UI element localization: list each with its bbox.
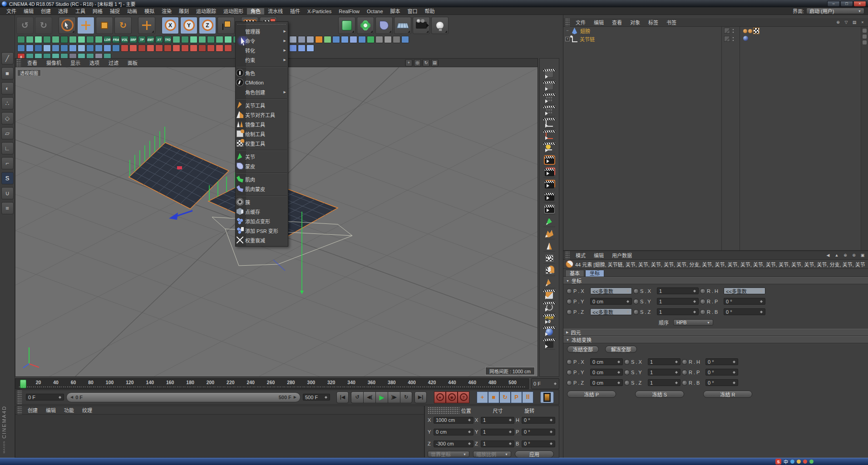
vp-layout-icon[interactable]: ▤ bbox=[431, 59, 439, 66]
stepper[interactable] bbox=[732, 380, 736, 386]
close-button[interactable]: × bbox=[853, 1, 866, 7]
om-menu-bookmark[interactable]: 书签 bbox=[662, 20, 681, 26]
pla-film-button[interactable] bbox=[540, 391, 554, 403]
plugin-toolbar-icon[interactable] bbox=[26, 45, 34, 52]
add-joint-button[interactable] bbox=[543, 277, 555, 288]
menu-tools[interactable]: 工具 bbox=[72, 8, 89, 15]
value-field[interactable]: <<多重数 bbox=[590, 308, 632, 315]
menu-sculpt[interactable]: 雕刻 bbox=[175, 8, 192, 15]
key-radio[interactable] bbox=[567, 310, 572, 314]
am-gear-icon[interactable]: ⊛ bbox=[850, 252, 858, 258]
drag-handle[interactable] bbox=[17, 406, 22, 414]
rotate-tool-button[interactable]: ↻ bbox=[114, 17, 132, 34]
apply-button[interactable]: 应用 bbox=[515, 450, 554, 458]
menu-script[interactable]: 脚本 bbox=[387, 8, 404, 15]
plugin-toolbar-icon[interactable] bbox=[60, 45, 68, 52]
key-radio[interactable] bbox=[700, 289, 705, 293]
value-field[interactable]: 0 ° bbox=[705, 379, 738, 386]
redo-button[interactable]: ↻ bbox=[35, 17, 52, 34]
om-close-icon[interactable]: × bbox=[859, 19, 866, 25]
add-light-button[interactable] bbox=[431, 17, 449, 34]
drag-handle[interactable] bbox=[16, 59, 21, 67]
next-key-button[interactable]: )▶ bbox=[388, 391, 400, 403]
stepper[interactable] bbox=[674, 369, 678, 376]
plugin-toolbar-icon[interactable]: LDR bbox=[104, 36, 111, 43]
am-lock-icon[interactable]: ▣ bbox=[859, 252, 866, 258]
stepper[interactable] bbox=[549, 440, 553, 447]
expander[interactable]: + bbox=[565, 37, 570, 41]
om-menu-file[interactable]: 文件 bbox=[572, 20, 590, 26]
menu-animate[interactable]: 动画 bbox=[123, 8, 141, 15]
goto-end-button[interactable]: ▶| bbox=[414, 391, 427, 403]
om-menu-view[interactable]: 查看 bbox=[608, 20, 626, 26]
vp-menu-display[interactable]: 显示 bbox=[66, 60, 85, 66]
stepper[interactable] bbox=[732, 359, 736, 365]
tab-coordinates[interactable]: 坐标 bbox=[585, 270, 604, 277]
value-field[interactable]: <<多重数 bbox=[724, 287, 765, 294]
plugin-toolbar-icon[interactable] bbox=[95, 45, 103, 52]
key-radio[interactable] bbox=[567, 381, 572, 385]
texture-tag-icon[interactable] bbox=[753, 28, 760, 34]
plugin-toolbar-icon[interactable] bbox=[190, 45, 197, 52]
vp-menu-options[interactable]: 选项 bbox=[85, 60, 104, 66]
psr-reset-button[interactable]: PSR0 bbox=[543, 314, 555, 325]
enable-dots[interactable] bbox=[732, 36, 734, 42]
plugin-toolbar-icon[interactable] bbox=[224, 36, 232, 43]
plugin-toolbar-icon[interactable] bbox=[112, 45, 120, 52]
am-menu-userdata[interactable]: 用户数据 bbox=[608, 252, 636, 259]
plugin-toolbar-icon[interactable] bbox=[60, 36, 68, 43]
plugin-toolbar-icon[interactable] bbox=[306, 45, 314, 52]
plugin-toolbar-icon[interactable] bbox=[207, 36, 215, 43]
menu-plugins[interactable]: 插件 bbox=[286, 8, 304, 15]
plugin-toolbar-icon[interactable] bbox=[173, 45, 180, 52]
value-field[interactable]: 0 cm bbox=[590, 379, 623, 386]
size-field[interactable]: 1 bbox=[481, 440, 514, 447]
value-field[interactable]: 1 bbox=[657, 298, 699, 305]
last-tool-button[interactable] bbox=[138, 17, 155, 34]
menu-window[interactable]: 窗口 bbox=[404, 8, 421, 15]
stepper[interactable] bbox=[626, 309, 630, 315]
menu-select[interactable]: 选择 bbox=[54, 8, 72, 15]
drag-handle[interactable] bbox=[565, 251, 570, 259]
make-editable-button[interactable]: ╱ bbox=[1, 52, 14, 64]
value-field[interactable]: 0 cm bbox=[590, 369, 623, 376]
section-quaternion[interactable]: ▶四元 bbox=[563, 329, 868, 336]
plugin-toolbar-icon[interactable] bbox=[69, 36, 77, 43]
menu-item-cmotion[interactable]: CMotion ▶ bbox=[236, 78, 288, 87]
keyframe-selection-button[interactable]: ? bbox=[458, 391, 469, 403]
vp-zoom-icon[interactable]: ◎ bbox=[414, 59, 421, 66]
joint-tool-button[interactable] bbox=[543, 228, 555, 239]
render-irr-button[interactable] bbox=[543, 204, 555, 215]
vp-rotate-icon[interactable]: ↻ bbox=[422, 59, 430, 66]
key-parameter-toggle[interactable]: P bbox=[511, 391, 522, 403]
ime-indicator[interactable]: 中 bbox=[784, 458, 788, 465]
render-view-button[interactable] bbox=[543, 155, 555, 166]
menu-item-managers[interactable]: 管理器 ▶ bbox=[236, 26, 288, 36]
stepper[interactable] bbox=[759, 309, 763, 315]
tray-icon[interactable] bbox=[803, 460, 807, 464]
stepper[interactable] bbox=[324, 394, 328, 401]
lock-button[interactable]: ≡ bbox=[1, 202, 14, 214]
rotation-field[interactable]: 0 ° bbox=[522, 429, 555, 435]
value-field[interactable]: 1 bbox=[657, 287, 699, 294]
plugin-toolbar-icon[interactable] bbox=[324, 36, 331, 43]
key-radio[interactable] bbox=[625, 381, 629, 385]
om-search-icon[interactable]: ⊕ bbox=[834, 19, 842, 25]
plugin-toolbar-icon[interactable] bbox=[43, 45, 51, 52]
xyz-gizmo-icon[interactable] bbox=[543, 143, 555, 153]
stepper[interactable] bbox=[692, 288, 696, 294]
menu-help[interactable]: 帮助 bbox=[421, 8, 439, 15]
menu-file[interactable]: 文件 bbox=[3, 8, 20, 15]
rotation-field[interactable]: 0 ° bbox=[522, 440, 555, 447]
plugin-toolbar-icon[interactable] bbox=[95, 36, 103, 43]
menu-motion-tracker[interactable]: 运动跟踪 bbox=[192, 8, 220, 15]
plugin-toolbar-icon[interactable] bbox=[52, 45, 59, 52]
stepper[interactable] bbox=[508, 440, 512, 447]
menu-item-convert[interactable]: 转化 ▶ bbox=[236, 45, 288, 55]
layer-toggle[interactable] bbox=[724, 36, 730, 42]
plugin-toolbar-icon[interactable] bbox=[78, 45, 85, 52]
plugin-toolbar-icon[interactable] bbox=[181, 45, 189, 52]
menu-item-add-psr-deform[interactable]: 添加 PSR 变形 ▶ bbox=[236, 226, 288, 235]
value-field[interactable]: 0 ° bbox=[724, 308, 765, 315]
key-position-toggle[interactable]: + bbox=[477, 391, 488, 403]
